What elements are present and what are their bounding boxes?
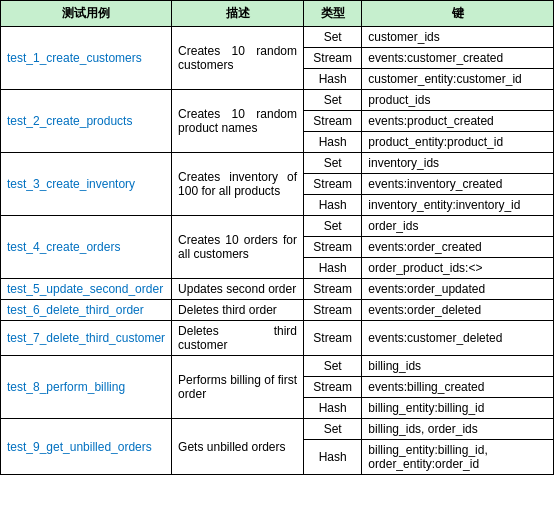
desc-cell: Updates second order [172,279,304,300]
type-cell: Hash [304,69,362,90]
desc-cell: Creates inventory of 100 for all product… [172,153,304,216]
table-row: test_8_perform_billingPerforms billing o… [1,356,554,377]
table-row: test_4_create_ordersCreates 10 orders fo… [1,216,554,237]
desc-cell: Gets unbilled orders [172,419,304,475]
desc-cell: Creates 10 orders for all customers [172,216,304,279]
key-cell: product_entity:product_id [362,132,554,153]
test-name-cell: test_1_create_customers [1,27,172,90]
key-cell: billing_ids, order_ids [362,419,554,440]
table-row: test_3_create_inventoryCreates inventory… [1,153,554,174]
type-cell: Stream [304,300,362,321]
table-row: test_6_delete_third_orderDeletes third o… [1,300,554,321]
key-cell: customer_entity:customer_id [362,69,554,90]
type-cell: Set [304,356,362,377]
table-row: test_1_create_customersCreates 10 random… [1,27,554,48]
test-name-cell: test_3_create_inventory [1,153,172,216]
test-name: test_7_delete_third_customer [7,331,165,345]
main-table: 测试用例 描述 类型 键 test_1_create_customersCrea… [0,0,554,475]
key-cell: billing_entity:billing_id, order_entity:… [362,440,554,475]
desc-cell: Deletes third customer [172,321,304,356]
table-row: test_2_create_productsCreates 10 random … [1,90,554,111]
key-cell: inventory_ids [362,153,554,174]
type-cell: Stream [304,321,362,356]
test-name: test_2_create_products [7,114,132,128]
table-row: test_9_get_unbilled_ordersGets unbilled … [1,419,554,440]
key-cell: inventory_entity:inventory_id [362,195,554,216]
header-key: 键 [362,1,554,27]
type-cell: Hash [304,440,362,475]
test-name-cell: test_2_create_products [1,90,172,153]
type-cell: Set [304,90,362,111]
test-name: test_6_delete_third_order [7,303,144,317]
type-cell: Stream [304,111,362,132]
desc-cell: Performs billing of first order [172,356,304,419]
header-type: 类型 [304,1,362,27]
table-row: test_5_update_second_orderUpdates second… [1,279,554,300]
key-cell: customer_ids [362,27,554,48]
key-cell: events:inventory_created [362,174,554,195]
key-cell: events:order_deleted [362,300,554,321]
test-name: test_9_get_unbilled_orders [7,440,152,454]
type-cell: Stream [304,48,362,69]
key-cell: events:order_created [362,237,554,258]
key-cell: events:billing_created [362,377,554,398]
type-cell: Stream [304,279,362,300]
key-cell: billing_ids [362,356,554,377]
type-cell: Stream [304,174,362,195]
test-name-cell: test_6_delete_third_order [1,300,172,321]
test-name-cell: test_5_update_second_order [1,279,172,300]
type-cell: Hash [304,132,362,153]
header-test: 测试用例 [1,1,172,27]
test-name: test_3_create_inventory [7,177,135,191]
type-cell: Hash [304,398,362,419]
test-name: test_1_create_customers [7,51,142,65]
type-cell: Stream [304,377,362,398]
type-cell: Hash [304,258,362,279]
key-cell: events:customer_created [362,48,554,69]
type-cell: Set [304,216,362,237]
type-cell: Stream [304,237,362,258]
header-row: 测试用例 描述 类型 键 [1,1,554,27]
test-name-cell: test_7_delete_third_customer [1,321,172,356]
test-name: test_5_update_second_order [7,282,163,296]
key-cell: events:product_created [362,111,554,132]
type-cell: Set [304,27,362,48]
test-name-cell: test_8_perform_billing [1,356,172,419]
key-cell: events:order_updated [362,279,554,300]
test-name-cell: test_4_create_orders [1,216,172,279]
desc-cell: Creates 10 random product names [172,90,304,153]
key-cell: order_ids [362,216,554,237]
type-cell: Set [304,153,362,174]
type-cell: Hash [304,195,362,216]
test-name: test_8_perform_billing [7,380,125,394]
table-row: test_7_delete_third_customerDeletes thir… [1,321,554,356]
key-cell: billing_entity:billing_id [362,398,554,419]
key-cell: order_product_ids:<> [362,258,554,279]
desc-cell: Creates 10 random customers [172,27,304,90]
header-desc: 描述 [172,1,304,27]
test-name: test_4_create_orders [7,240,120,254]
desc-cell: Deletes third order [172,300,304,321]
key-cell: events:customer_deleted [362,321,554,356]
test-name-cell: test_9_get_unbilled_orders [1,419,172,475]
type-cell: Set [304,419,362,440]
key-cell: product_ids [362,90,554,111]
